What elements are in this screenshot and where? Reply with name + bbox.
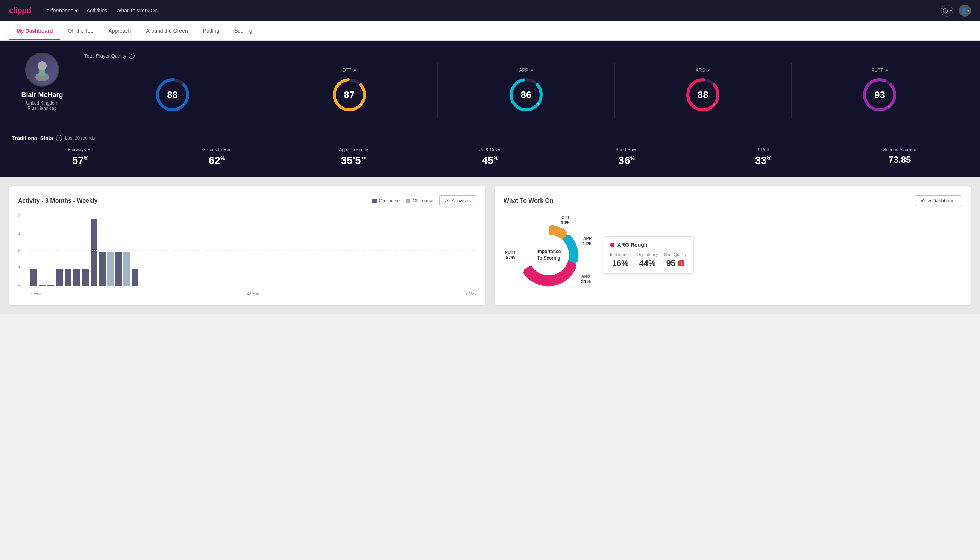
bottom-section: Activity - 3 Months - Weekly On course O… xyxy=(0,177,980,314)
shotquality-value: 95 xyxy=(666,258,676,268)
tpq-label: Total Player Quality ? xyxy=(84,53,968,59)
app-donut: 86 xyxy=(507,76,545,113)
all-activities-button[interactable]: All Activities xyxy=(439,195,476,206)
score-app: APP ↗ 86 xyxy=(438,63,614,118)
stat-updown: Up & Down 45% xyxy=(421,147,558,167)
top-nav: clippd Performance ▾ Activities What To … xyxy=(0,0,980,21)
svg-point-19 xyxy=(547,223,551,227)
overall-donut: 88 xyxy=(154,76,191,113)
segment-card-header: ARG Rough xyxy=(610,242,687,248)
svg-point-0 xyxy=(38,61,47,70)
player-info: Blair McHarg United Kingdom Plus Handica… xyxy=(12,53,72,111)
sandsave-label: Sand Save xyxy=(616,147,638,152)
updown-value: 45% xyxy=(482,155,498,167)
nav-links: Performance ▾ Activities What To Work On xyxy=(43,8,929,13)
donut-label-putt: PUTT57% xyxy=(505,250,516,260)
ott-trend-icon: ↗ xyxy=(353,68,356,73)
shotquality-value-row: 95 ↓ xyxy=(666,258,684,268)
trad-stats-sub: Last 20 rounds xyxy=(65,135,95,141)
donut-center-text: ImportanceTo Scoring xyxy=(537,248,561,262)
traditional-stats: Traditional Stats ? Last 20 rounds Fairw… xyxy=(0,127,980,177)
plus-icon: ⊕ xyxy=(942,6,948,15)
importance-label: Importance xyxy=(610,252,631,257)
score-ott: OTT ↗ 87 xyxy=(261,63,438,118)
bar-group-3 xyxy=(47,285,54,286)
stat-scoring: Scoring Average 73.85 xyxy=(832,147,968,167)
bar-group-4 xyxy=(56,269,63,286)
bar-oncourse xyxy=(30,269,37,286)
donut-label-app: APP12% xyxy=(582,236,592,246)
bar-oncourse xyxy=(73,269,80,286)
fairways-label: Fairways Hit xyxy=(68,147,93,152)
down-badge: ↓ xyxy=(679,260,684,266)
bar-group-6 xyxy=(73,269,80,286)
score-arg: ARG ↗ 88 xyxy=(615,63,792,118)
score-cards: — 88 OTT ↗ xyxy=(84,63,968,118)
svg-point-20 xyxy=(566,232,570,235)
scoring-value: 73.85 xyxy=(888,155,911,165)
tab-off-the-tee[interactable]: Off the Tee xyxy=(60,21,101,40)
grid-0 xyxy=(30,287,476,287)
bar-oncourse xyxy=(131,269,138,286)
fairways-value: 57% xyxy=(72,155,89,167)
nav-right: ⊕ ▾ 👤 ▾ xyxy=(941,5,971,17)
activity-card-title: Activity - 3 Months - Weekly xyxy=(18,197,366,204)
help-icon[interactable]: ? xyxy=(129,53,135,59)
nav-performance[interactable]: Performance ▾ xyxy=(43,8,77,13)
stat-gir: Greens In Reg 62% xyxy=(148,147,285,167)
donut-label-ott: OTT10% xyxy=(561,215,571,225)
opportunity-value: 44% xyxy=(639,258,656,268)
oneputt-label: 1 Putt xyxy=(757,147,769,152)
stat-cards: Fairways Hit 57% Greens In Reg 62% App. … xyxy=(12,147,968,167)
bar-offcourse xyxy=(107,252,113,286)
player-avatar xyxy=(25,53,59,87)
proximity-value: 35'5" xyxy=(341,155,366,167)
offcourse-dot xyxy=(406,198,410,203)
tab-around-the-green[interactable]: Around the Green xyxy=(138,21,195,40)
donut-label-arg: ARG21% xyxy=(581,274,591,284)
app-label: APP ↗ xyxy=(519,68,533,73)
segment-info-card: ARG Rough Importance 16% Opportunity 44%… xyxy=(603,236,694,274)
scores-section: Total Player Quality ? — 88 xyxy=(84,53,968,118)
bar-oncourse xyxy=(82,269,89,286)
metric-opportunity: Opportunity 44% xyxy=(637,252,658,268)
metric-importance: Importance 16% xyxy=(610,252,631,268)
bar-chart: 4 3 2 1 0 xyxy=(18,213,476,297)
bar-group-9 xyxy=(99,252,113,286)
nav-activities[interactable]: Activities xyxy=(87,8,107,13)
player-country: United Kingdom xyxy=(26,100,58,106)
arg-value: 88 xyxy=(697,89,709,101)
trad-stats-help-icon[interactable]: ? xyxy=(56,135,62,141)
nav-what-to-work-on[interactable]: What To Work On xyxy=(116,8,158,13)
score-putt: PUTT ↗ 93 xyxy=(792,63,968,118)
player-name: Blair McHarg xyxy=(21,91,63,99)
chevron-down-icon: ▾ xyxy=(75,8,77,13)
wtwo-card: What To Work On View Dashboard xyxy=(494,186,971,305)
putt-label: PUTT ↗ xyxy=(871,68,888,73)
player-handicap: Plus Handicap xyxy=(27,106,57,111)
stat-sandsave: Sand Save 36% xyxy=(559,147,695,167)
tab-my-dashboard[interactable]: My Dashboard xyxy=(9,21,60,40)
bar-group-7 xyxy=(82,269,89,286)
tabs-bar: My Dashboard Off the Tee Approach Around… xyxy=(0,21,980,41)
stat-proximity: App. Proximity 35'5" xyxy=(285,147,421,167)
x-axis: 7 Feb 28 Mar 9 May xyxy=(30,291,476,296)
proximity-label: App. Proximity xyxy=(339,147,368,152)
putt-trend-icon: ↗ xyxy=(885,68,888,73)
user-avatar[interactable]: 👤 ▾ xyxy=(959,5,971,17)
importance-value: 16% xyxy=(612,258,628,268)
putt-donut: 93 xyxy=(861,76,898,113)
trad-stats-title: Traditional Stats xyxy=(12,135,53,141)
tab-approach[interactable]: Approach xyxy=(101,21,138,40)
activity-card: Activity - 3 Months - Weekly On course O… xyxy=(9,186,486,305)
svg-point-21 xyxy=(576,262,579,265)
view-dashboard-button[interactable]: View Dashboard xyxy=(915,195,962,206)
chevron-down-icon: ▾ xyxy=(950,8,952,13)
tab-scoring[interactable]: Scoring xyxy=(227,21,260,40)
tab-putting[interactable]: Putting xyxy=(196,21,227,40)
add-button[interactable]: ⊕ ▾ xyxy=(941,5,953,17)
arg-trend-icon: ↗ xyxy=(707,68,710,73)
opportunity-label: Opportunity xyxy=(637,252,658,257)
stat-oneputt: 1 Putt 33% xyxy=(695,147,832,167)
trad-stats-header: Traditional Stats ? Last 20 rounds xyxy=(12,135,968,141)
